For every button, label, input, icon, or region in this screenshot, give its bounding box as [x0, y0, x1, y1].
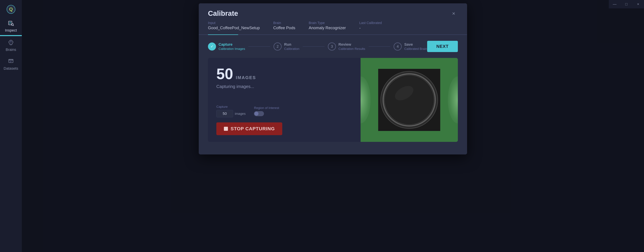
stop-capturing-button[interactable]: STOP CAPTURING	[216, 122, 282, 135]
step-1-name: Capture	[218, 42, 245, 47]
capture-content: 50 IMAGES Capturing images... Capture im	[208, 58, 458, 142]
image-count-label: IMAGES	[236, 75, 256, 80]
capture-count-input[interactable]	[216, 110, 233, 117]
roi-toggle[interactable]	[254, 111, 264, 116]
step-run: 2 Run Calibration	[274, 42, 299, 51]
capture-right-panel	[360, 58, 458, 142]
roi-label: Region of Interest	[254, 106, 279, 110]
pod-side-left	[360, 76, 371, 123]
stop-button-label: STOP CAPTURING	[230, 126, 275, 131]
step-review: 3 Review Calibration Results	[328, 42, 365, 51]
capture-top: 50 IMAGES Capturing images...	[216, 66, 352, 96]
input-value: Good_CoffeePod_NewSetup	[208, 26, 260, 30]
app-close-button[interactable]: ×	[632, 0, 644, 9]
app-logo: Q	[5, 3, 17, 15]
step-4-name: Save	[404, 42, 427, 47]
calibrate-modal: Calibrate × Input Good_CoffeePod_NewSetu…	[199, 3, 467, 154]
capture-left-panel: 50 IMAGES Capturing images... Capture im	[208, 58, 360, 142]
sidebar-item-inspect-label: Inspect	[5, 28, 17, 33]
step-3-text: Review Calibration Results	[338, 42, 365, 51]
step-1-icon: ✓	[208, 43, 216, 51]
svg-point-18	[386, 76, 433, 124]
pod-side-right	[448, 76, 458, 123]
camera-preview	[360, 58, 458, 142]
brain-type-info: Brain Type Anomaly Recognizer	[309, 21, 346, 30]
step-connector-1	[248, 46, 270, 47]
inspect-icon	[8, 20, 14, 27]
capture-input-suffix: images	[235, 112, 246, 116]
stop-icon	[224, 127, 228, 131]
toggle-knob	[254, 112, 258, 116]
capture-settings: Capture images Region of Interest	[216, 105, 352, 117]
step-4-desc: Calibrated Brain	[404, 47, 427, 51]
step-2-icon: 2	[274, 43, 282, 51]
brain-label: Brain	[273, 21, 295, 25]
coffee-pod-image	[378, 69, 440, 131]
capture-input-label: Capture	[216, 105, 246, 109]
maximize-button[interactable]: □	[620, 0, 632, 9]
input-label: Input	[208, 21, 260, 25]
capture-controls: Capture images Region of Interest	[216, 105, 352, 135]
step-2-text: Run Calibration	[284, 42, 299, 51]
step-connector-2	[303, 46, 324, 47]
brain-type-label: Brain Type	[309, 21, 346, 25]
capture-input-group: Capture images	[216, 105, 246, 117]
next-button[interactable]: NEXT	[427, 41, 458, 52]
sidebar-item-brains-label: Brains	[6, 48, 16, 52]
step-1-text: Capture Calibration Images	[218, 42, 245, 51]
svg-rect-10	[9, 59, 13, 60]
roi-group: Region of Interest	[254, 106, 279, 116]
capture-input-row: images	[216, 110, 246, 117]
sidebar-item-datasets-label: Datasets	[4, 66, 18, 71]
step-connector-3	[368, 46, 390, 47]
sidebar-item-brains[interactable]: Brains	[0, 36, 22, 55]
minimize-button[interactable]: —	[609, 0, 620, 9]
modal-close-button[interactable]: ×	[450, 9, 458, 18]
input-info: Input Good_CoffeePod_NewSetup	[208, 21, 260, 30]
sidebar: Q Inspect Brains	[0, 0, 22, 252]
svg-line-7	[13, 25, 14, 26]
sidebar-item-datasets[interactable]: Datasets	[0, 55, 22, 74]
step-3-desc: Calibration Results	[338, 47, 365, 51]
steps-bar: ✓ Capture Calibration Images 2 Run Calib…	[199, 35, 467, 56]
modal-header: Calibrate ×	[199, 3, 467, 18]
step-3-icon: 3	[328, 43, 336, 51]
last-calibrated-info: Last Calibrated -	[359, 21, 382, 30]
modal-title: Calibrate	[208, 10, 238, 18]
image-count-number: 50	[216, 66, 233, 81]
modal-info-bar: Input Good_CoffeePod_NewSetup Brain Coff…	[199, 18, 467, 35]
datasets-icon	[8, 58, 14, 65]
step-1-desc: Calibration Images	[218, 47, 245, 51]
image-count-display: 50 IMAGES	[216, 66, 352, 81]
sidebar-item-inspect[interactable]: Inspect	[0, 17, 22, 36]
window-controls: — □ ×	[609, 0, 644, 9]
svg-text:Q: Q	[9, 7, 13, 12]
brain-info: Brain Coffee Pods	[273, 21, 295, 30]
last-calibrated-label: Last Calibrated	[359, 21, 382, 25]
step-4-icon: 4	[394, 43, 402, 51]
brain-type-value: Anomaly Recognizer	[309, 26, 346, 30]
brains-icon	[8, 39, 14, 46]
step-2-name: Run	[284, 42, 299, 47]
capturing-status: Capturing images...	[216, 84, 352, 89]
brain-value: Coffee Pods	[273, 26, 295, 30]
last-calibrated-value: -	[359, 26, 382, 30]
step-2-desc: Calibration	[284, 47, 299, 51]
step-capture: ✓ Capture Calibration Images	[208, 42, 245, 51]
step-3-name: Review	[338, 42, 365, 47]
modal-body: 50 IMAGES Capturing images... Capture im	[199, 56, 467, 154]
step-save: 4 Save Calibrated Brain	[394, 42, 427, 51]
step-4-text: Save Calibrated Brain	[404, 42, 427, 51]
modal-overlay: Calibrate × Input Good_CoffeePod_NewSetu…	[22, 0, 644, 252]
